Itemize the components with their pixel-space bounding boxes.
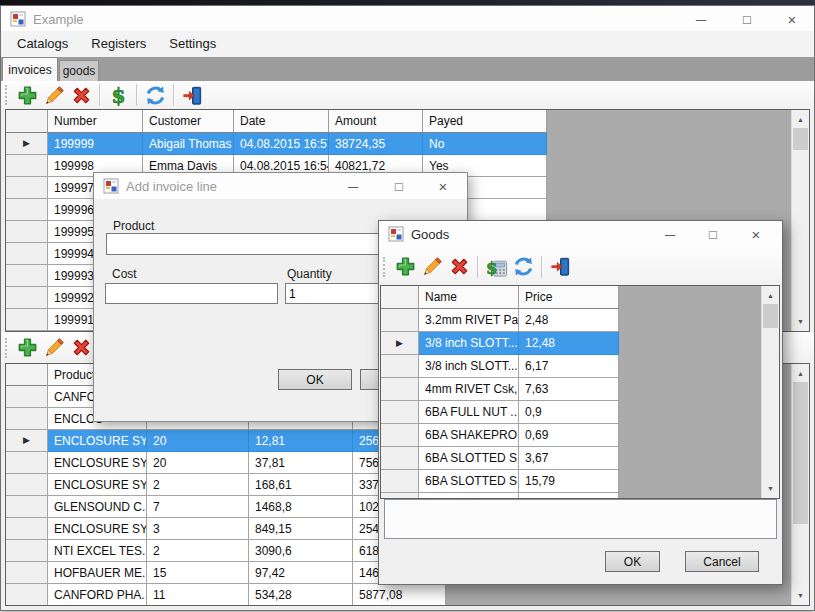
column-header[interactable]: Payed <box>423 110 547 133</box>
row-selector[interactable] <box>381 378 419 401</box>
grid-cell[interactable]: 1468,8 <box>249 496 353 518</box>
grid-cell[interactable]: 6BA SLOTTED S... <box>419 447 519 470</box>
scroll-thumb[interactable] <box>793 128 808 150</box>
close-button[interactable]: × <box>741 224 771 244</box>
grid-cell[interactable]: CANFORD PHA... <box>48 584 147 606</box>
row-selector[interactable] <box>6 408 48 430</box>
vertical-scrollbar[interactable]: ▲ ▼ <box>791 364 809 605</box>
delete-line-button[interactable] <box>68 335 95 361</box>
grid-cell[interactable]: 3 <box>147 518 249 540</box>
grid-cell[interactable]: No <box>423 133 547 155</box>
row-selector[interactable] <box>6 243 48 265</box>
refresh-button[interactable] <box>142 82 169 108</box>
grid-cell[interactable]: ENCLOSURE SY... <box>48 452 147 474</box>
toolbar-grip[interactable] <box>5 338 7 358</box>
row-selector[interactable] <box>6 287 48 309</box>
edit-line-button[interactable] <box>41 335 68 361</box>
scroll-up-button[interactable]: ▲ <box>792 365 809 382</box>
menu-item-registers[interactable]: Registers <box>81 31 156 57</box>
grid-row[interactable]: 6BA FULL NUT ...0,9 <box>381 401 779 424</box>
grid-cell[interactable]: 15 <box>147 562 249 584</box>
row-selector[interactable] <box>6 221 48 243</box>
grid-cell[interactable]: 6,17 <box>519 355 619 378</box>
grid-cell[interactable]: ENCLOSURE SY... <box>48 474 147 496</box>
grid-cell[interactable]: 199999 <box>48 133 143 155</box>
grid-row[interactable]: ▶199999Abigail Thomas04.08.2015 16:57387… <box>6 133 809 155</box>
select-all-header[interactable] <box>381 286 419 309</box>
tab-invoices[interactable]: invoices <box>2 57 58 81</box>
grid-row[interactable]: CANFORD PHA...11534,285877,08 <box>6 584 809 606</box>
row-selector[interactable] <box>6 309 48 331</box>
maximize-button[interactable]: □ <box>732 9 762 29</box>
grid-cell[interactable]: 3,67 <box>519 447 619 470</box>
grid-row[interactable]: 6BA SLOTTED S...15,79 <box>381 470 779 493</box>
grid-cell[interactable]: 38724,35 <box>329 133 423 155</box>
grid-cell[interactable]: 6BA SLOTTED S... <box>419 470 519 493</box>
row-selector[interactable] <box>381 447 419 470</box>
scroll-down-button[interactable]: ▼ <box>762 480 779 497</box>
scroll-up-button[interactable]: ▲ <box>762 287 779 304</box>
toolbar-grip[interactable] <box>383 257 385 277</box>
column-header[interactable]: Number <box>48 110 143 133</box>
grid-cell[interactable]: 2,48 <box>519 309 619 332</box>
vertical-scrollbar[interactable]: ▲ ▼ <box>791 110 809 331</box>
grid-cell[interactable]: HOFBAUER ME... <box>48 562 147 584</box>
grid-row[interactable]: 3/8 inch SLOTT...6,17 <box>381 355 779 378</box>
edit-button[interactable] <box>41 82 68 108</box>
grid-cell[interactable]: 12,48 <box>519 332 619 355</box>
grid-cell[interactable]: 3/8 inch SLOTT... <box>419 332 519 355</box>
grid-cell[interactable]: 20 <box>147 430 249 452</box>
grid-cell[interactable]: 6BA SHAKEPRO... <box>419 424 519 447</box>
row-selector[interactable] <box>6 540 48 562</box>
row-selector[interactable] <box>6 452 48 474</box>
grid-row[interactable]: 6BA SLOTTED S...3,67 <box>381 447 779 470</box>
grid-cell[interactable]: 6BA FULL NUT ... <box>419 401 519 424</box>
row-selector[interactable] <box>381 309 419 332</box>
delete-button[interactable] <box>68 82 95 108</box>
scroll-up-button[interactable]: ▲ <box>792 111 809 128</box>
row-selector[interactable]: ▶ <box>6 133 48 155</box>
grid-row[interactable]: 4mm RIVET Csk,...7,63 <box>381 378 779 401</box>
row-selector[interactable] <box>381 355 419 378</box>
grid-cell[interactable]: 7,63 <box>519 378 619 401</box>
row-selector[interactable] <box>381 401 419 424</box>
select-all-header[interactable] <box>6 110 48 133</box>
grid-cell[interactable]: 97,42 <box>249 562 353 584</box>
grid-cell[interactable]: 534,28 <box>249 584 353 606</box>
grid-cell[interactable]: 04.08.2015 16:57 <box>234 133 329 155</box>
grid-cell[interactable]: 11 <box>147 584 249 606</box>
grid-row[interactable]: 3.2mm RIVET Pa...2,48 <box>381 309 779 332</box>
grid-cell[interactable]: 15,79 <box>519 470 619 493</box>
row-selector[interactable] <box>6 155 48 177</box>
scroll-down-button[interactable]: ▼ <box>792 313 809 330</box>
column-header[interactable]: Name <box>419 286 519 309</box>
column-header[interactable]: Date <box>234 110 329 133</box>
grid-cell[interactable]: 0,69 <box>519 424 619 447</box>
vertical-scrollbar[interactable]: ▲ ▼ <box>761 286 779 498</box>
grid-cell[interactable]: 20 <box>147 452 249 474</box>
grid-cell[interactable]: 4mm RIVET Csk,... <box>419 378 519 401</box>
toolbar-grip[interactable] <box>5 85 7 105</box>
close-button[interactable]: × <box>777 9 807 29</box>
column-header[interactable]: Customer <box>143 110 234 133</box>
menu-item-settings[interactable]: Settings <box>159 31 226 57</box>
payment-button[interactable] <box>105 82 132 108</box>
menu-item-catalogs[interactable]: Catalogs <box>7 31 78 57</box>
row-selector[interactable] <box>6 386 48 408</box>
grid-cell[interactable]: 37,81 <box>249 452 353 474</box>
maximize-button[interactable]: □ <box>698 224 728 244</box>
grid-cell[interactable]: 168,61 <box>249 474 353 496</box>
row-selector[interactable] <box>6 265 48 287</box>
scroll-thumb[interactable] <box>763 304 778 328</box>
grid-cell[interactable]: 2 <box>147 474 249 496</box>
row-selector[interactable]: ▶ <box>381 332 419 355</box>
grid-cell[interactable]: Abigail Thomas <box>143 133 234 155</box>
grid-cell[interactable]: 3/8 inch SLOTT... <box>419 355 519 378</box>
grid-cell[interactable]: 12,81 <box>249 430 353 452</box>
refresh-button[interactable] <box>510 254 537 280</box>
select-all-header[interactable] <box>6 364 48 386</box>
row-selector[interactable] <box>381 470 419 493</box>
maximize-button[interactable]: □ <box>384 176 414 196</box>
row-selector[interactable] <box>6 584 48 606</box>
row-selector[interactable] <box>6 474 48 496</box>
